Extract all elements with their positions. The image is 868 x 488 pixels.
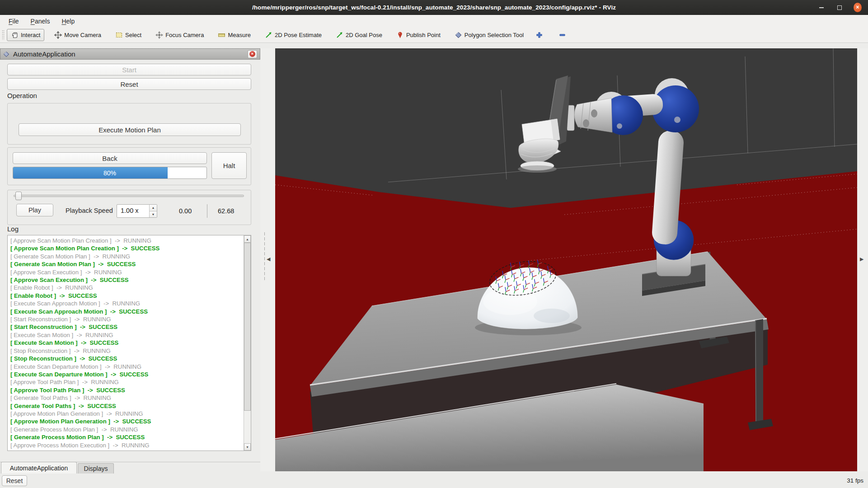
log-entry[interactable]: [ Enable Robot ] -> RUNNING bbox=[10, 284, 243, 291]
close-icon: × bbox=[854, 3, 862, 12]
log-scrollbar[interactable]: ▲ ▼ bbox=[244, 235, 251, 450]
playback-slider-track[interactable] bbox=[14, 195, 244, 197]
log-entry[interactable]: [ Execute Scan Approach Motion ] -> SUCC… bbox=[10, 308, 243, 315]
right-splitter[interactable]: ▶ bbox=[857, 48, 868, 471]
log-entry[interactable]: [ Execute Scan Departure Motion ] -> SUC… bbox=[10, 371, 243, 378]
tool-select[interactable]: Select bbox=[111, 29, 145, 41]
menu-panels[interactable]: Panels bbox=[26, 16, 55, 26]
log-arrow: ] -> bbox=[75, 379, 91, 385]
tab-automate-application[interactable]: AutomateApplication bbox=[1, 462, 77, 474]
log-box[interactable]: [ Approve Scan Motion Plan Creation ] ->… bbox=[7, 235, 251, 451]
log-arrow: ] -> bbox=[87, 253, 102, 260]
scene-3d bbox=[275, 48, 857, 471]
log-entry[interactable]: [ Stop Reconstruction ] -> RUNNING bbox=[10, 347, 243, 355]
log-status: RUNNING bbox=[115, 410, 143, 417]
back-button[interactable]: Back bbox=[13, 152, 207, 164]
menu-help[interactable]: Help bbox=[56, 16, 80, 26]
reset-button[interactable]: Reset bbox=[7, 78, 251, 90]
log-entry[interactable]: [ Execute Scan Departure Motion ] -> RUN… bbox=[10, 363, 243, 371]
scroll-up-button[interactable]: ▲ bbox=[244, 235, 251, 243]
left-splitter[interactable]: ◀ bbox=[260, 48, 275, 471]
spin-down-button[interactable]: ▼ bbox=[150, 211, 157, 218]
tool-interact[interactable]: Interact bbox=[7, 29, 44, 41]
log-entry[interactable]: [ Execute Scan Approach Motion ] -> RUNN… bbox=[10, 300, 243, 307]
play-button[interactable]: Play bbox=[16, 204, 53, 216]
start-button[interactable]: Start bbox=[7, 64, 251, 75]
tool-publish-point[interactable]: Publish Point bbox=[392, 29, 445, 41]
log-bracket: [ bbox=[10, 403, 14, 409]
tab-displays[interactable]: Displays bbox=[78, 463, 114, 474]
halt-button[interactable]: Halt bbox=[211, 152, 247, 179]
tool-2d-pose-estimate[interactable]: 2D Pose Estimate bbox=[261, 29, 326, 41]
plus-icon bbox=[536, 32, 543, 38]
log-status: RUNNING bbox=[113, 363, 141, 370]
log-entry[interactable]: [ Generate Process Motion Plan ] -> RUNN… bbox=[10, 426, 243, 433]
log-bracket: [ bbox=[10, 355, 14, 362]
log-arrow: ] -> bbox=[73, 355, 89, 362]
collapse-left-arrow-icon[interactable]: ◀ bbox=[267, 256, 270, 262]
log-arrow: ] -> bbox=[104, 371, 120, 378]
tool-measure[interactable]: Measure bbox=[214, 29, 255, 41]
log-entry[interactable]: [ Generate Process Motion Plan ] -> SUCC… bbox=[10, 433, 243, 441]
log-entry[interactable]: [ Generate Tool Paths ] -> RUNNING bbox=[10, 394, 243, 402]
playback-speed-spinbox[interactable]: 1.00 x ▲ ▼ bbox=[117, 204, 157, 218]
collapse-right-arrow-icon[interactable]: ▶ bbox=[860, 256, 863, 262]
window-close-button[interactable]: × bbox=[854, 4, 862, 12]
execute-motion-plan-button[interactable]: Execute Motion Plan bbox=[19, 123, 241, 136]
log-entry[interactable]: [ Approve Motion Plan Generation ] -> RU… bbox=[10, 410, 243, 418]
log-entry[interactable]: [ Generate Scan Motion Plan ] -> SUCCESS bbox=[10, 260, 243, 268]
log-step-name: Approve Scan Motion Plan Creation bbox=[14, 245, 115, 252]
playback-speed-value[interactable]: 1.00 x bbox=[117, 205, 149, 217]
scroll-down-button[interactable]: ▼ bbox=[244, 443, 251, 450]
log-step-name: Approve Scan Motion Plan Creation bbox=[14, 237, 108, 244]
log-entry[interactable]: [ Approve Scan Motion Plan Creation ] ->… bbox=[10, 237, 243, 244]
log-entry[interactable]: [ Approve Motion Plan Generation ] -> SU… bbox=[10, 418, 243, 425]
log-entry[interactable]: [ Execute Scan Motion ] -> RUNNING bbox=[10, 331, 243, 339]
log-bracket: [ bbox=[10, 434, 14, 441]
window-maximize-button[interactable] bbox=[835, 4, 844, 12]
status-reset-button[interactable]: Reset bbox=[2, 475, 27, 486]
tool-label: Move Camera bbox=[64, 32, 101, 38]
render-viewport-3d[interactable] bbox=[275, 48, 857, 471]
log-status: RUNNING bbox=[112, 300, 140, 307]
remove-tool-button[interactable] bbox=[557, 29, 568, 41]
window-minimize-button[interactable] bbox=[817, 4, 826, 12]
log-list: [ Approve Scan Motion Plan Creation ] ->… bbox=[10, 237, 243, 450]
add-tool-button[interactable] bbox=[534, 29, 545, 41]
log-entry[interactable]: [ Approve Process Motion Execution ] -> … bbox=[10, 441, 243, 449]
tool-focus-camera[interactable]: Focus Camera bbox=[151, 29, 208, 41]
log-entry[interactable]: [ Enable Robot ] -> SUCCESS bbox=[10, 292, 243, 300]
log-entry[interactable]: [ Approve Scan Motion Plan Creation ] ->… bbox=[10, 244, 243, 252]
log-status: RUNNING bbox=[110, 426, 138, 433]
log-arrow: ] -> bbox=[115, 245, 131, 252]
log-arrow: ] -> bbox=[50, 284, 65, 291]
log-entry[interactable]: [ Approve Scan Execution ] -> SUCCESS bbox=[10, 276, 243, 284]
spin-up-button[interactable]: ▲ bbox=[150, 205, 157, 211]
log-entry[interactable]: [ Approve Tool Path Plan ] -> RUNNING bbox=[10, 378, 243, 386]
log-status: SUCCESS bbox=[131, 245, 160, 252]
log-entry[interactable]: [ Start Reconstruction ] -> SUCCESS bbox=[10, 323, 243, 331]
log-entry[interactable]: [ Generate Scan Motion Plan ] -> RUNNING bbox=[10, 253, 243, 260]
toolbar-drag-handle[interactable] bbox=[2, 30, 5, 40]
log-status: SUCCESS bbox=[90, 339, 119, 346]
playback-slider-handle[interactable] bbox=[15, 192, 22, 200]
log-arrow: ] -> bbox=[79, 269, 94, 276]
panel-close-button[interactable]: × bbox=[248, 50, 257, 58]
tool-2d-goal-pose[interactable]: 2D Goal Pose bbox=[332, 29, 386, 41]
tool-polygon-selection[interactable]: Polygon Selection Tool bbox=[450, 29, 528, 41]
scroll-thumb[interactable] bbox=[244, 243, 251, 411]
interact-icon bbox=[11, 31, 19, 39]
tool-label: 2D Pose Estimate bbox=[275, 32, 322, 38]
log-entry[interactable]: [ Generate Tool Paths ] -> SUCCESS bbox=[10, 402, 243, 410]
log-entry[interactable]: [ Approve Scan Execution ] -> RUNNING bbox=[10, 268, 243, 276]
log-bracket: [ bbox=[10, 277, 14, 283]
log-status: RUNNING bbox=[91, 379, 119, 385]
log-entry[interactable]: [ Stop Reconstruction ] -> SUCCESS bbox=[10, 355, 243, 362]
tool-move-camera[interactable]: Move Camera bbox=[50, 29, 105, 41]
log-entry[interactable]: [ Start Reconstruction ] -> RUNNING bbox=[10, 315, 243, 323]
log-entry[interactable]: [ Execute Scan Motion ] -> SUCCESS bbox=[10, 339, 243, 347]
log-bracket: [ bbox=[10, 442, 14, 449]
log-bracket: [ bbox=[10, 237, 14, 244]
log-entry[interactable]: [ Approve Tool Path Plan ] -> SUCCESS bbox=[10, 386, 243, 394]
menu-file[interactable]: File bbox=[4, 16, 24, 26]
